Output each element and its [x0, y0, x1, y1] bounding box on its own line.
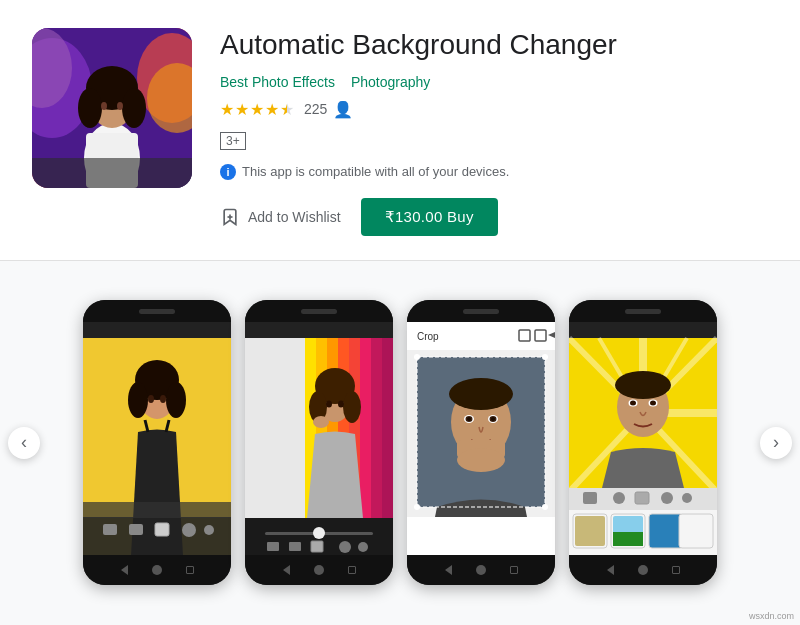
- buy-button[interactable]: ₹130.00 Buy: [361, 198, 498, 236]
- scroll-left-arrow[interactable]: ‹: [8, 427, 40, 459]
- screenshot-phone-2: [245, 300, 393, 585]
- svg-rect-103: [635, 492, 649, 504]
- phone-screen-4: [569, 322, 717, 555]
- svg-rect-110: [613, 532, 643, 546]
- svg-rect-56: [311, 541, 323, 552]
- phone-screen-2: [245, 322, 393, 555]
- svg-rect-101: [583, 492, 597, 504]
- svg-point-78: [542, 354, 548, 360]
- app-title: Automatic Background Changer: [220, 28, 768, 62]
- svg-point-105: [682, 493, 692, 503]
- scroll-right-arrow[interactable]: ›: [760, 427, 792, 459]
- phone-screen-3: Crop: [407, 322, 555, 555]
- left-arrow-icon: ‹: [21, 432, 27, 453]
- back-nav-4: [607, 565, 614, 575]
- svg-rect-28: [103, 524, 117, 535]
- svg-point-98: [650, 401, 656, 406]
- home-nav-3: [476, 565, 486, 575]
- home-nav-4: [638, 565, 648, 575]
- svg-rect-34: [245, 322, 393, 338]
- phone-top-bar-2: [245, 300, 393, 322]
- info-icon: i: [220, 164, 236, 180]
- svg-point-70: [467, 417, 471, 421]
- star-3: ★: [250, 100, 264, 119]
- svg-rect-41: [371, 338, 382, 518]
- svg-rect-40: [360, 338, 371, 518]
- category-best-photo-effects[interactable]: Best Photo Effects: [220, 74, 335, 90]
- screenshot-phone-3: Crop: [407, 300, 555, 585]
- compatibility-text: This app is compatible with all of your …: [242, 164, 509, 179]
- rating-row: ★ ★ ★ ★ ★ 225 👤: [220, 100, 768, 119]
- star-1: ★: [220, 100, 234, 119]
- app-info: Automatic Background Changer Best Photo …: [220, 28, 768, 236]
- svg-point-80: [542, 504, 548, 510]
- phone-speaker-3: [463, 309, 499, 314]
- svg-point-48: [313, 416, 329, 428]
- home-nav-1: [152, 565, 162, 575]
- svg-rect-55: [289, 542, 301, 551]
- app-icon: [32, 28, 192, 188]
- phone-speaker-4: [625, 309, 661, 314]
- age-badge: 3+: [220, 132, 246, 150]
- star-2: ★: [235, 100, 249, 119]
- recents-nav-1: [186, 566, 194, 574]
- svg-point-11: [101, 102, 107, 110]
- svg-rect-13: [32, 158, 192, 188]
- phone-bottom-bar-4: [569, 555, 717, 585]
- svg-point-67: [449, 378, 513, 410]
- back-nav-3: [445, 565, 452, 575]
- star-5-half: ★: [280, 100, 294, 119]
- svg-point-58: [358, 542, 368, 552]
- svg-rect-30: [155, 523, 169, 536]
- home-nav-2: [314, 565, 324, 575]
- svg-rect-54: [267, 542, 279, 551]
- category-photography[interactable]: Photography: [351, 74, 430, 90]
- recents-nav-2: [348, 566, 356, 574]
- phone-screen-1: [83, 322, 231, 555]
- screenshots-section: ‹: [0, 261, 800, 625]
- svg-point-102: [613, 492, 625, 504]
- screenshot-phone-1: [83, 300, 231, 585]
- phone-bottom-bar-3: [407, 555, 555, 585]
- wishlist-button[interactable]: Add to Wishlist: [220, 207, 341, 227]
- svg-point-32: [204, 525, 214, 535]
- rating-count: 225: [304, 101, 327, 117]
- svg-point-31: [182, 523, 196, 537]
- phone-top-bar-3: [407, 300, 555, 322]
- back-nav-2: [283, 565, 290, 575]
- svg-rect-112: [679, 514, 713, 548]
- svg-point-12: [117, 102, 123, 110]
- svg-point-73: [491, 417, 495, 421]
- svg-point-21: [166, 382, 186, 418]
- svg-rect-81: [407, 517, 555, 555]
- age-badge-container: 3+: [220, 131, 768, 156]
- svg-point-79: [414, 504, 420, 510]
- recents-nav-3: [510, 566, 518, 574]
- phone-speaker-2: [301, 309, 337, 314]
- svg-point-104: [661, 492, 673, 504]
- svg-rect-29: [129, 524, 143, 535]
- svg-rect-111: [649, 514, 683, 548]
- svg-point-77: [414, 354, 420, 360]
- svg-rect-17: [83, 322, 231, 338]
- svg-rect-43: [245, 338, 305, 518]
- screenshots-container: Crop: [40, 300, 760, 585]
- app-categories: Best Photo Effects Photography: [220, 74, 768, 90]
- svg-rect-83: [569, 322, 717, 338]
- svg-point-94: [615, 371, 671, 399]
- svg-point-96: [630, 401, 636, 406]
- compatibility-row: i This app is compatible with all of you…: [220, 164, 768, 180]
- wishlist-label: Add to Wishlist: [248, 209, 341, 225]
- svg-point-50: [338, 401, 344, 408]
- svg-text:Crop: Crop: [417, 331, 439, 342]
- svg-rect-107: [575, 516, 605, 546]
- svg-point-49: [326, 401, 332, 408]
- phone-speaker-1: [139, 309, 175, 314]
- person-icon: 👤: [333, 100, 353, 119]
- app-page: Automatic Background Changer Best Photo …: [0, 0, 800, 625]
- svg-point-25: [160, 395, 166, 403]
- phone-bottom-bar-2: [245, 555, 393, 585]
- svg-point-53: [313, 527, 325, 539]
- wishlist-icon: [220, 207, 240, 227]
- phone-top-bar-4: [569, 300, 717, 322]
